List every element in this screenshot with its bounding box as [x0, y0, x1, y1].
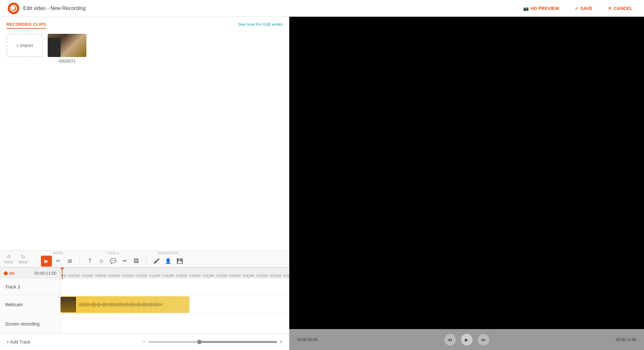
crop-icon: ⊞ [68, 258, 72, 264]
timeline-timecode-cell: ON 00:00:11:00 [0, 268, 61, 279]
ruler-tick: 0:06:000 [95, 274, 107, 279]
waveform-bar [148, 303, 149, 306]
webcam-button[interactable]: 👤 [163, 256, 174, 267]
waveform-bar [89, 304, 90, 306]
callout-tool-button[interactable]: 💬 [108, 256, 119, 267]
timeline-ruler[interactable]: 0:00:0000:02:0000:04:0000:06:0000:08:000… [61, 268, 289, 279]
header-left: Edit video - New Recording [8, 3, 86, 14]
clip-name: 42620271 [58, 59, 75, 63]
track-3-content[interactable] [61, 279, 289, 295]
waveform-bar [80, 303, 81, 307]
waveform-bar [146, 304, 147, 306]
webcam-clip[interactable] [61, 296, 189, 313]
rec-indicator: ON [4, 271, 14, 275]
text-icon: T [88, 258, 91, 264]
redo-icon: ↻ [21, 254, 25, 260]
select-tool-button[interactable]: ▶ [41, 256, 52, 267]
camera-icon: 📷 [523, 6, 529, 11]
zoom-minus-button[interactable]: − [142, 339, 145, 345]
timeline-ruler-row: ON 00:00:11:00 0:00:0000:02:0000:04:0000… [0, 267, 289, 279]
waveform-bar [143, 302, 144, 307]
text-tool-button[interactable]: T [84, 256, 95, 267]
check-icon: ✓ [575, 6, 579, 11]
waveform-bar [117, 303, 118, 306]
save-button[interactable]: ✓ SAVE [571, 4, 596, 13]
scissors-icon: ✂ [56, 258, 60, 264]
webcam-person [61, 297, 76, 312]
waveform-bar [85, 303, 86, 306]
add-track-button[interactable]: + Add Track [6, 339, 30, 345]
clips-area: RECORDED CLIPS See how Pro Edit works + … [0, 17, 289, 251]
waveform-bar [160, 304, 161, 306]
redo-button[interactable]: ↻ REDO [18, 254, 28, 264]
save-clip-button[interactable]: 💾 [174, 256, 185, 267]
import-button[interactable]: + Import [6, 34, 43, 57]
divider-2 [80, 254, 80, 263]
ruler-tick: 0:16:000 [162, 274, 174, 279]
webcam-track-content[interactable] [61, 295, 289, 314]
waveform-bar [133, 302, 134, 307]
ruler-tick: 0:08:000 [109, 274, 120, 279]
clip-thumbnail [48, 34, 86, 57]
zoom-slider[interactable] [148, 341, 277, 343]
waveform-bar [97, 304, 98, 306]
waveform-bar [112, 303, 113, 306]
clip-item[interactable]: 42620271 [48, 34, 86, 63]
waveform-bar [157, 303, 158, 306]
waveform-bar [131, 303, 132, 306]
draw-tool-button[interactable]: ✏ [119, 256, 130, 267]
waveform-bar [152, 303, 153, 306]
image-tool-button[interactable]: 🖼 [131, 256, 142, 267]
timeline-timecode: 00:00:11:00 [34, 271, 56, 276]
see-how-link[interactable]: See how Pro Edit works [238, 22, 283, 27]
ruler-tick: 0:24:000 [216, 274, 227, 279]
clip-person-overlay [48, 38, 61, 57]
clips-content: + Import 42620271 [6, 34, 283, 63]
toolbar: ↺ UNDO ↻ REDO MODE ▶ ✂ [0, 251, 289, 267]
mic-button[interactable]: 🎤 [151, 256, 162, 267]
tools-group: TOOLS T ☺ 💬 ✏ 🖼 [84, 251, 142, 267]
waveform-bar [102, 304, 103, 306]
add-track-row: + Add Track − + [0, 334, 289, 350]
undo-button[interactable]: ↺ UNDO [4, 254, 13, 264]
waveform-bar [93, 302, 94, 307]
waveform-bar [149, 303, 150, 306]
waveform-bar [86, 302, 87, 307]
rewind-button[interactable]: ⏮ [444, 334, 456, 345]
skip-forward-button[interactable]: ⏭ [478, 334, 489, 345]
emoji-icon: ☺ [99, 258, 104, 264]
app-header: Edit video - New Recording 📷 HD PREVIEW … [0, 0, 644, 17]
image-icon: 🖼 [134, 258, 139, 264]
waveform-bar [107, 303, 108, 306]
app-logo [8, 3, 19, 14]
waveform-bar [98, 303, 99, 307]
waveform-bar [103, 302, 104, 307]
play-button[interactable]: ▶ [461, 334, 473, 345]
waveform-bar [153, 304, 154, 306]
emoji-tool-button[interactable]: ☺ [96, 256, 107, 267]
clips-header: RECORDED CLIPS See how Pro Edit works [6, 22, 283, 29]
cancel-button[interactable]: ✕ CANCEL [604, 4, 636, 13]
waveform-bar [115, 304, 116, 306]
screen-recording-content[interactable] [61, 314, 289, 333]
tools-label: TOOLS [107, 251, 119, 255]
close-icon: ✕ [608, 6, 612, 11]
ruler-tick: 0:20:000 [189, 274, 201, 279]
ruler-tick: 0:34:000 [283, 274, 289, 279]
waveform-bar [99, 303, 100, 307]
divider-1 [36, 254, 36, 263]
crop-tool-button[interactable]: ⊞ [64, 256, 75, 267]
waveform-bar [138, 303, 139, 307]
zoom-plus-button[interactable]: + [280, 339, 283, 345]
waveform-bar [81, 304, 82, 306]
cut-tool-button[interactable]: ✂ [53, 256, 63, 267]
waveform-bar [116, 303, 117, 306]
waveform-bar [140, 303, 141, 306]
ruler-tick: 0:14:000 [149, 274, 160, 279]
ruler-tick: 0:22:000 [203, 274, 214, 279]
pen-icon: ✏ [123, 258, 127, 264]
zoom-thumb [197, 340, 202, 344]
hd-preview-button[interactable]: 📷 HD PREVIEW [519, 4, 563, 13]
save-icon: 💾 [177, 258, 183, 264]
waveform-bar [82, 302, 83, 307]
